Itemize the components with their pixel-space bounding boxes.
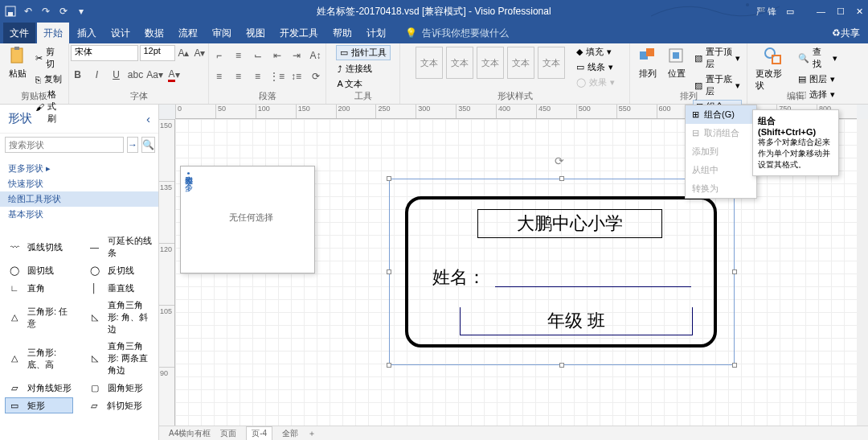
collapse-icon[interactable]: ‹ [146,112,150,125]
shape-item[interactable]: ◯圆切线 [6,264,72,277]
tab-review[interactable]: 审阅 [206,23,238,43]
orientation-icon[interactable]: A↕ [309,48,323,63]
shape-item[interactable]: △三角形: 底、高 [6,340,72,376]
style-4[interactable]: 文本 [507,47,534,79]
page-4-tab[interactable]: 页-4 [246,426,272,441]
name-label-text[interactable]: 姓名： [432,265,485,290]
underline-button[interactable]: U [109,68,124,82]
search-input[interactable] [5,137,124,153]
style-2[interactable]: 文本 [446,47,473,79]
minimize-icon[interactable]: — [817,6,825,17]
align-middle-icon[interactable]: ≡ [231,48,246,63]
qat-more-icon[interactable]: ▾ [76,6,87,17]
style-3[interactable]: 文本 [477,47,504,79]
undo-icon[interactable]: ↶ [23,6,34,17]
tab-process[interactable]: 流程 [172,23,204,43]
align-top-icon[interactable]: ⌐ [212,48,227,63]
shape-item[interactable]: —可延长的线条 [87,235,153,259]
bring-front-button[interactable]: ▧ 置于顶层 ▾ [693,45,742,71]
style-1[interactable]: 文本 [416,47,443,79]
layer-button[interactable]: ▤ 图层 ▾ [796,72,839,86]
find-button[interactable]: 🔍 查找 ▾ [796,45,839,71]
tab-design[interactable]: 设计 [104,23,137,43]
shape-item[interactable]: │垂直线 [87,282,153,294]
shape-item[interactable]: ◺直角三角形: 两条直角边 [87,340,153,376]
connector-tool-button[interactable]: ⤴ 连接线 [336,62,391,76]
size-position-panel[interactable]: 大小和位置 • 多个 • 无任何选择 [180,166,315,273]
tab-plan[interactable]: 计划 [360,23,392,43]
effect-button[interactable]: ◯ 效果 ▾ [575,76,616,89]
add-page-icon[interactable]: ＋ [308,428,316,439]
bullets-icon[interactable]: ⋮≡ [270,69,285,84]
style-5[interactable]: 文本 [538,47,565,79]
spacing-icon[interactable]: ↕≡ [289,69,304,84]
page-all[interactable]: 全部 [282,428,298,439]
strike-button[interactable]: abc [129,68,143,82]
align-bottom-icon[interactable]: ⌙ [251,48,265,63]
refresh-icon[interactable]: ⟳ [58,6,69,17]
maximize-icon[interactable]: ☐ [837,6,845,17]
copy-button[interactable]: ⎘复制 [34,72,63,86]
italic-button[interactable]: I [90,68,104,82]
more-shapes-link[interactable]: 更多形状 ▸ [8,161,150,176]
page-a4[interactable]: A4横向有框 [169,428,211,439]
style-gallery[interactable]: 文本 文本 文本 文本 文本 [414,45,567,80]
font-name-select[interactable]: 宋体 [71,45,138,61]
grade-class-text[interactable]: 年级 班 [460,307,693,335]
shape-item[interactable]: ∟直角 [6,282,72,294]
rotate-text-icon[interactable]: ⟳ [309,69,323,84]
position-button[interactable]: 位置 [664,45,690,81]
indent-inc-icon[interactable]: ⇥ [289,48,304,63]
indent-dec-icon[interactable]: ⇤ [270,48,285,63]
dd-group[interactable]: ⊞ 组合(G) [686,105,756,124]
name-tag-card[interactable]: 大鹏中心小学 姓名： 年级 班 [400,191,722,352]
share-button[interactable]: ♻ 共享 [824,23,868,43]
search-options-button[interactable]: 🔍 [141,137,155,153]
drawtool-shapes-link[interactable]: 绘图工具形状 [0,191,158,207]
paste-button[interactable]: 粘贴 [5,45,31,81]
tab-data[interactable]: 数据 [138,23,170,43]
basic-shapes-link[interactable]: 基本形状 [8,207,150,222]
text-tool-button[interactable]: A 文本 [336,77,391,91]
search-go-button[interactable]: → [127,137,138,153]
close-icon[interactable]: ✕ [856,6,863,17]
ribbon-options-icon[interactable]: ▭ [786,6,794,17]
shape-item[interactable]: ▱对角线矩形 [6,381,72,394]
scrollbar-vertical[interactable] [857,119,868,429]
tab-home[interactable]: 开始 [37,23,69,43]
arrange-button[interactable]: 排列 [635,45,661,81]
align-center-icon[interactable]: ≡ [231,69,246,84]
pointer-tool-button[interactable]: ▭ 指针工具 [336,45,391,60]
shape-item[interactable]: ◺直角三角形: 角、斜边 [87,299,153,335]
shape-item[interactable]: △三角形: 任意 [6,299,72,335]
tab-help[interactable]: 帮助 [326,23,358,43]
user-name[interactable]: 严 锋 [756,6,776,18]
save-icon[interactable] [5,6,16,17]
line-button[interactable]: ▭ 线条 ▾ [575,60,616,74]
bold-button[interactable]: B [71,68,85,82]
align-left-icon[interactable]: ≡ [212,69,227,84]
change-shape-button[interactable]: 更改形状 [752,45,793,93]
shape-item[interactable]: ◯反切线 [87,264,153,277]
tell-me[interactable]: 💡告诉我你想要做什么 [399,23,515,43]
shape-item[interactable]: 〰弧线切线 [6,235,72,259]
rotate-handle-icon[interactable]: ⟳ [555,154,564,167]
align-right-icon[interactable]: ≡ [251,69,265,84]
shape-item[interactable]: ▱斜切矩形 [86,399,152,412]
shape-item[interactable]: ▢圆角矩形 [87,381,153,394]
text-highlight-button[interactable]: Aa▾ [148,68,162,82]
redo-icon[interactable]: ↷ [40,6,51,17]
font-color-button[interactable]: A▾ [167,68,182,82]
shape-item[interactable]: ▭矩形 [6,398,72,413]
tab-view[interactable]: 视图 [240,23,272,43]
font-size-select[interactable]: 12pt [140,45,175,61]
tab-file[interactable]: 文件 [3,23,35,43]
tab-developer[interactable]: 开发工具 [273,23,325,43]
cut-button[interactable]: ✂剪切 [34,45,63,71]
school-name-text[interactable]: 大鹏中心小学 [477,209,662,238]
shrink-font-icon[interactable]: A▾ [193,46,207,60]
page-generic[interactable]: 页面 [220,428,236,439]
quick-shapes-link[interactable]: 快速形状 [8,176,150,191]
tab-insert[interactable]: 插入 [71,23,103,43]
grow-font-icon[interactable]: A▴ [177,46,191,60]
